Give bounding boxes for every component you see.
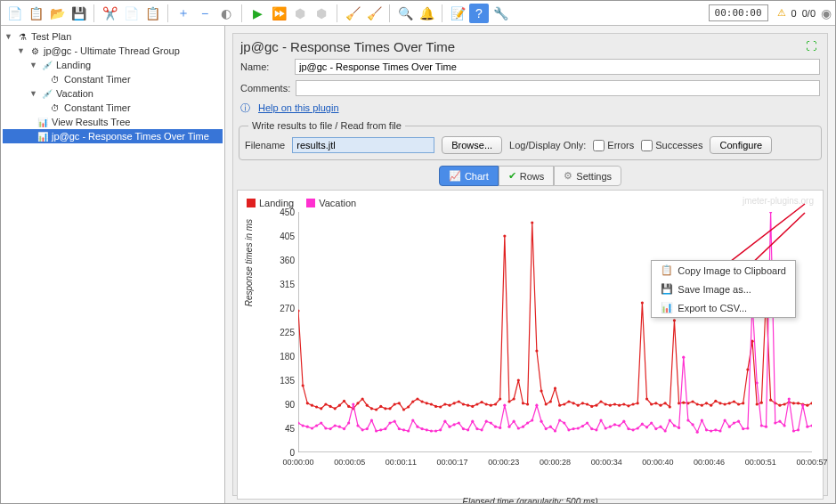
svg-point-230 [724,419,726,421]
start-icon[interactable]: ▶ [248,4,267,23]
toggle-icon[interactable]: ▼ [17,46,26,55]
tree-timer1[interactable]: ⏱ Constant Timer [3,72,223,86]
tab-settings[interactable]: ⚙Settings [554,166,621,186]
svg-point-48 [407,405,410,408]
svg-point-201 [590,427,593,430]
svg-point-96 [627,404,629,407]
save-icon[interactable]: 💾 [69,4,88,23]
tree-threadgroup[interactable]: ▼ ⚙ jp@gc - Ultimate Thread Group [3,44,223,58]
svg-point-198 [577,427,580,429]
tree-vacation[interactable]: ▼ 💉 Vacation [3,86,223,101]
svg-point-94 [618,404,621,407]
svg-point-189 [535,404,538,407]
svg-point-35 [347,405,350,408]
expand-icon[interactable]: ＋ [174,4,193,23]
svg-point-194 [558,419,561,421]
open-icon[interactable]: 📂 [47,4,67,23]
svg-point-242 [778,420,781,423]
x-tick: 00:00:34 [591,458,622,467]
function-helper-icon[interactable]: 📝 [448,4,467,23]
svg-point-59 [458,400,460,402]
svg-point-85 [577,404,580,407]
svg-point-86 [581,402,584,404]
help-icon[interactable]: ? [469,4,489,23]
svg-point-118 [728,402,731,404]
svg-point-113 [705,402,708,404]
x-tick: 00:00:51 [745,458,776,467]
tree-results[interactable]: 📊 View Results Tree [3,115,223,129]
save-icon: 💾 [661,283,673,295]
svg-point-178 [485,420,488,423]
ctx-copy[interactable]: 📋Copy Image to Clipboard [652,261,795,280]
svg-point-238 [760,424,763,427]
copy-icon[interactable]: 📄 [121,4,141,23]
search-icon[interactable]: 🔍 [395,4,415,23]
clear-all-icon[interactable]: 🧹 [364,4,384,23]
svg-point-26 [306,402,309,404]
configure-button[interactable]: Configure [710,136,772,154]
chart-area[interactable]: jmeter-plugins.org LandingVacation Respo… [237,190,824,500]
toggle-icon[interactable]: ◐ [216,4,236,23]
svg-point-28 [315,405,318,408]
svg-point-76 [535,349,538,352]
errors-checkbox[interactable]: Errors [593,140,634,151]
svg-point-70 [507,400,510,402]
svg-point-37 [356,402,359,404]
reset-search-icon[interactable]: 🔔 [417,4,436,23]
toggle-icon[interactable]: ▼ [29,89,38,98]
tab-rows[interactable]: ✔Rows [499,166,555,186]
svg-point-32 [334,407,337,410]
browse-button[interactable]: Browse... [442,136,502,154]
tree-response-times[interactable]: 📊 jp@gc - Response Times Over Time [3,129,223,143]
name-input[interactable] [295,59,820,75]
paste-icon[interactable]: 📋 [142,4,162,23]
svg-point-161 [407,429,410,432]
svg-point-239 [765,426,767,428]
tree-landing[interactable]: ▼ 💉 Landing [3,58,223,72]
svg-point-142 [320,421,322,424]
svg-point-187 [526,421,529,424]
tree-panel[interactable]: ▼ ⚗ Test Plan ▼ ⚙ jp@gc - Ultimate Threa… [1,26,225,503]
ctx-save[interactable]: 💾Save Image as... [652,280,795,298]
tool-icon[interactable]: 🔧 [491,4,510,23]
watermark: jmeter-plugins.org [743,196,814,206]
svg-point-140 [311,427,313,429]
start-no-timers-icon[interactable]: ⏩ [269,4,288,23]
expand-panel-icon[interactable]: ⛶ [806,40,820,54]
svg-point-216 [659,426,661,428]
new-icon[interactable]: 📄 [4,4,24,23]
tab-chart[interactable]: 📈Chart [439,166,499,186]
context-menu[interactable]: 📋Copy Image to Clipboard 💾Save Image as.… [651,260,796,318]
cut-icon[interactable]: ✂️ [100,4,119,23]
svg-point-130 [783,402,785,405]
y-tick: 180 [270,352,295,362]
collapse-icon[interactable]: − [195,4,215,23]
tree-root[interactable]: ▼ ⚗ Test Plan [3,29,223,44]
svg-point-78 [545,402,548,405]
svg-point-34 [343,400,345,402]
logdisplay-label: Log/Display Only: [509,140,586,150]
tree-timer2[interactable]: ⏱ Constant Timer [3,101,223,115]
thread-count: 0/0 [802,8,816,19]
templates-icon[interactable]: 📋 [26,4,45,23]
toggle-icon[interactable]: ▼ [29,61,38,69]
svg-point-197 [572,427,575,430]
comments-input[interactable] [296,80,820,96]
svg-point-74 [526,402,529,405]
successes-checkbox[interactable]: Successes [641,140,702,151]
clear-icon[interactable]: 🧹 [343,4,362,23]
toggle-icon[interactable]: ▼ [4,32,13,41]
plot-area[interactable]: 0459013518022527031536040545000:00:0000:… [298,212,812,452]
svg-point-92 [609,404,612,407]
svg-point-151 [361,428,364,431]
svg-point-111 [696,402,699,405]
svg-point-155 [379,428,382,431]
svg-point-31 [329,405,331,408]
svg-point-169 [443,420,446,423]
svg-point-166 [430,429,433,432]
filename-input[interactable] [292,137,434,153]
legend-item[interactable]: Vacation [306,198,356,208]
help-link[interactable]: Help on this plugin [258,102,339,113]
ctx-export[interactable]: 📊Export to CSV... [652,298,795,317]
x-tick: 00:00:46 [694,458,725,467]
